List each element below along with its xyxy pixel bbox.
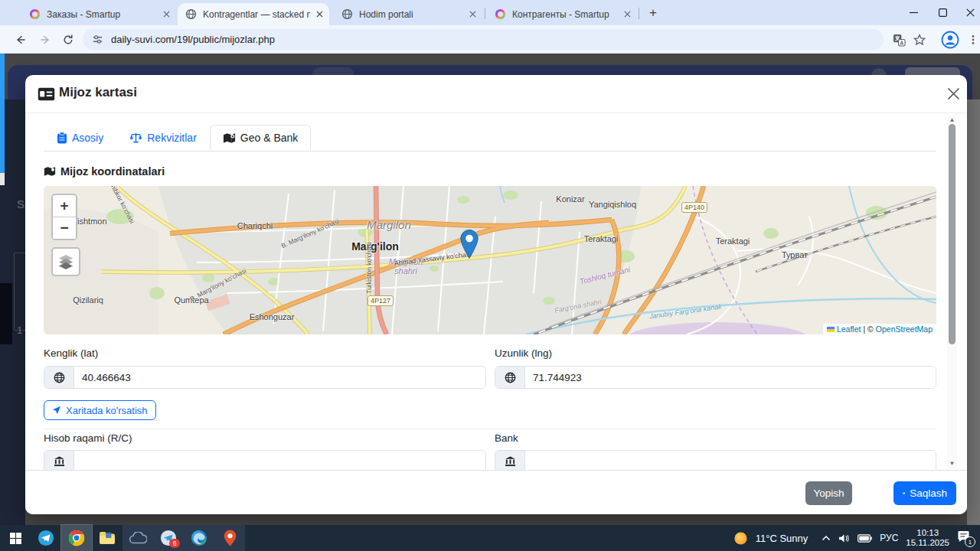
zoom-in-button[interactable]: + xyxy=(53,195,76,217)
file-explorer-icon[interactable] xyxy=(92,525,122,551)
telegram-icon[interactable] xyxy=(31,525,61,551)
globe-icon xyxy=(44,367,74,388)
show-on-map-label: Xaritada ko'rsatish xyxy=(66,405,148,416)
translate-icon[interactable] xyxy=(890,31,907,48)
telegram-badge-icon[interactable]: 6 xyxy=(153,525,184,551)
close-button[interactable]: Yopish xyxy=(805,481,852,505)
window-maximize-button[interactable] xyxy=(939,8,947,17)
save-button[interactable]: Saqlash xyxy=(893,481,956,505)
smartup-favicon xyxy=(495,8,506,20)
map-label: Marg'ilon xyxy=(351,240,399,253)
tab-close-icon[interactable] xyxy=(469,11,476,18)
browser-tab-strip: Заказы - Smartup Kontragentlar — stacked… xyxy=(0,0,980,25)
leaflet-map[interactable]: G'ishtmon Chariqchi Margilon Marg'ilon M… xyxy=(44,186,936,334)
tray-chevron-icon[interactable] xyxy=(822,535,831,541)
browser-tab[interactable]: Hodim portali xyxy=(334,3,482,25)
forward-button[interactable] xyxy=(37,31,54,48)
tab-close-icon[interactable] xyxy=(316,11,323,18)
map-label: Turkiston ko'chasi xyxy=(365,242,373,293)
modal-footer: Yopish Saqlash xyxy=(25,470,967,514)
osm-link[interactable]: OpenStreetMap xyxy=(876,324,933,334)
section-heading: Mijoz koordinatalari xyxy=(44,165,165,178)
save-floppy-icon xyxy=(903,488,905,498)
show-on-map-button[interactable]: Xaritada ko'rsatish xyxy=(44,400,156,420)
edge-icon[interactable] xyxy=(184,525,214,551)
bank-icon xyxy=(44,451,74,470)
bank-label: Bank xyxy=(495,432,518,444)
map-label: Teraktagi xyxy=(716,236,750,246)
tab-close-icon[interactable] xyxy=(163,11,170,18)
id-card-icon xyxy=(38,87,55,101)
start-button[interactable] xyxy=(0,525,31,551)
tab-title: Контрагенты - Smartup xyxy=(512,9,618,20)
map-icon xyxy=(44,166,56,177)
lat-input[interactable] xyxy=(74,367,485,388)
language-indicator[interactable]: РУС xyxy=(880,533,898,543)
bookmark-star-icon[interactable] xyxy=(911,31,928,48)
profile-avatar[interactable] xyxy=(940,30,960,50)
map-attribution: Leaflet | © OpenStreetMap xyxy=(823,324,936,334)
map-label: Teraktagi xyxy=(584,234,619,243)
maps-pin-app-icon[interactable] xyxy=(214,525,245,551)
tab-separator xyxy=(639,8,639,19)
address-bar[interactable]: daily-suvi.com/19l/public/mijozlar.php xyxy=(83,29,884,50)
modal-header: Mijoz kartasi xyxy=(25,75,967,113)
left-white-strip xyxy=(0,173,5,185)
window-minimize-button[interactable] xyxy=(910,11,918,15)
clock-time: 10:13 xyxy=(906,528,949,538)
browser-toolbar: daily-suvi.com/19l/public/mijozlar.php xyxy=(0,25,980,54)
section-title: Mijoz koordinatalari xyxy=(60,165,165,178)
site-settings-icon[interactable] xyxy=(92,34,103,45)
onedrive-icon[interactable] xyxy=(122,525,153,551)
tab-label: Asosiy xyxy=(72,132,103,144)
new-tab-button[interactable]: + xyxy=(645,5,662,21)
window-close-button[interactable] xyxy=(966,8,975,17)
back-button[interactable] xyxy=(12,31,29,48)
tab-close-icon[interactable] xyxy=(624,11,631,18)
chrome-icon[interactable] xyxy=(61,525,92,551)
bank-input[interactable] xyxy=(525,451,936,470)
tab-title: Kontragentlar — stacked moda xyxy=(203,9,310,20)
browser-tab[interactable]: Заказы - Smartup xyxy=(21,3,176,25)
attribution-separator: | © xyxy=(863,324,873,334)
map-layers-control[interactable] xyxy=(51,247,80,276)
clock-date: 15.11.2025 xyxy=(906,538,949,548)
browser-tab[interactable]: Контрагенты - Smartup xyxy=(487,3,637,25)
layers-icon xyxy=(57,254,74,269)
tab-separator xyxy=(485,8,485,19)
zoom-out-button[interactable]: − xyxy=(53,217,76,239)
browser-tab-active[interactable]: Kontragentlar — stacked moda xyxy=(178,3,329,25)
tab-geo-bank[interactable]: Geo & Bank xyxy=(210,125,312,151)
scales-icon xyxy=(129,132,142,144)
url-text[interactable]: daily-suvi.com/19l/public/mijozlar.php xyxy=(111,34,275,45)
scroll-up-arrow[interactable]: ▲ xyxy=(947,116,957,123)
left-blue-strip xyxy=(0,44,5,173)
clock[interactable]: 10:13 15.11.2025 xyxy=(906,528,949,548)
account-input[interactable] xyxy=(74,451,485,470)
globe-favicon xyxy=(341,8,353,20)
notification-center[interactable]: 1 xyxy=(957,530,974,546)
section-divider xyxy=(44,429,936,429)
browser-menu-icon[interactable] xyxy=(965,31,980,48)
scrollbar-thumb[interactable] xyxy=(949,124,956,344)
modal-scrollbar[interactable]: ▲ ▼ xyxy=(947,115,957,468)
reload-button[interactable] xyxy=(60,31,77,48)
modal-close-icon[interactable] xyxy=(947,87,960,100)
lat-input-group xyxy=(44,366,486,389)
leaflet-link[interactable]: Leaflet xyxy=(837,324,861,334)
ukraine-flag-icon xyxy=(827,327,835,332)
weather-text[interactable]: 11°C Sunny xyxy=(756,533,808,544)
map-label: Eshonguzar xyxy=(250,312,295,321)
map-canvas xyxy=(44,186,936,334)
battery-icon[interactable] xyxy=(858,534,872,543)
tab-rekvizitlar[interactable]: Rekvizitlar xyxy=(116,125,210,151)
map-label: Yangiqishloq xyxy=(589,200,636,209)
map-pin-icon xyxy=(223,132,236,144)
modal-tabs: Asosiy Rekvizitlar Geo & Bank xyxy=(44,125,936,152)
tab-asosiy[interactable]: Asosiy xyxy=(44,125,116,151)
map-marker[interactable] xyxy=(460,230,479,259)
scroll-down-arrow[interactable]: ▼ xyxy=(947,460,957,467)
navigation-arrow-icon xyxy=(52,406,61,415)
lng-input[interactable] xyxy=(525,367,936,388)
speaker-icon[interactable] xyxy=(838,533,850,543)
